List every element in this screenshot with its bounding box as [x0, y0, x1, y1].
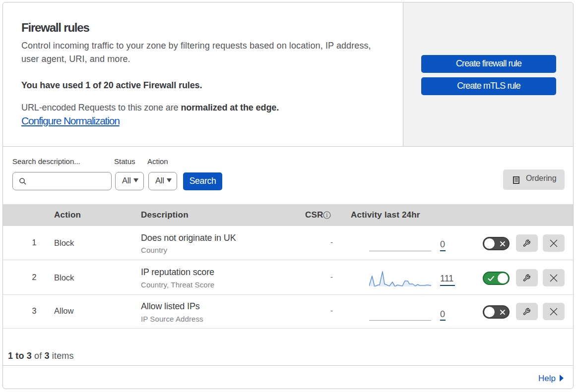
svg-text:i: i	[326, 212, 328, 219]
